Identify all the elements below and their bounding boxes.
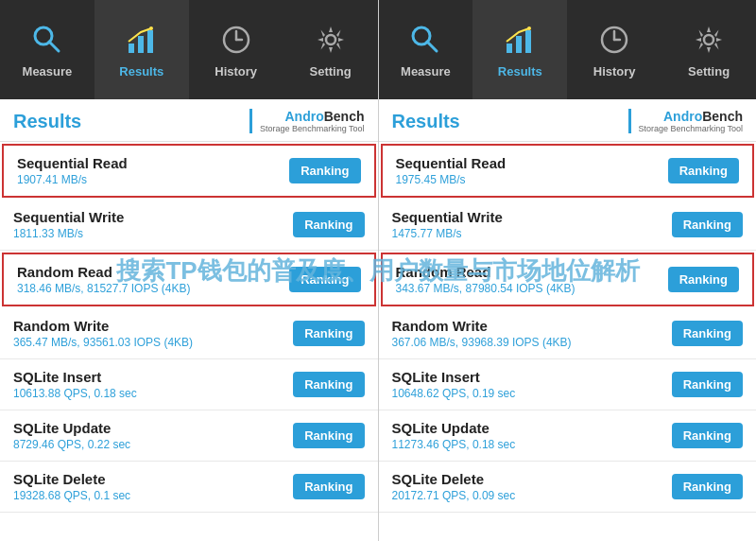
bench-name-2-left: Random Read	[17, 264, 190, 280]
bench-info-6-right: SQLite Delete20172.71 QPS, 0.09 sec	[392, 471, 516, 502]
bench-info-3-right: Random Write367.06 MB/s, 93968.39 IOPS (…	[392, 318, 572, 349]
bench-value-0-left: 1907.41 MB/s	[17, 173, 128, 186]
nav-bar-left: Measure Results History Setting	[0, 0, 378, 99]
bench-row-4-left: SQLite Insert10613.88 QPS, 0.18 secRanki…	[0, 359, 378, 410]
bench-value-6-right: 20172.71 QPS, 0.09 sec	[392, 489, 516, 502]
ranking-btn-2-left[interactable]: Ranking	[289, 267, 360, 292]
bench-info-2-right: Random Read343.67 MB/s, 87980.54 IOPS (4…	[396, 264, 576, 295]
nav-item-history-right[interactable]: History	[567, 0, 662, 99]
bench-value-6-left: 19328.68 QPS, 0.1 sec	[13, 489, 130, 502]
bench-name-6-left: SQLite Delete	[13, 471, 130, 487]
bench-row-6-right: SQLite Delete20172.71 QPS, 0.09 secRanki…	[379, 462, 757, 513]
nav-item-results-left[interactable]: Results	[94, 0, 189, 99]
ranking-btn-4-right[interactable]: Ranking	[672, 372, 743, 397]
svg-rect-13	[516, 36, 522, 53]
ranking-btn-4-left[interactable]: Ranking	[293, 372, 364, 397]
ranking-btn-6-right[interactable]: Ranking	[672, 474, 743, 499]
bench-info-4-right: SQLite Insert10648.62 QPS, 0.19 sec	[392, 369, 516, 400]
bench-name-4-left: SQLite Insert	[13, 369, 137, 385]
bench-info-5-left: SQLite Update8729.46 QPS, 0.22 sec	[13, 420, 130, 451]
bench-name-1-right: Sequential Write	[392, 209, 503, 225]
nav-label-setting-right: Setting	[688, 64, 730, 79]
bench-value-3-left: 365.47 MB/s, 93561.03 IOPS (4KB)	[13, 336, 193, 349]
svg-point-5	[149, 26, 153, 30]
measure-icon-right	[406, 21, 444, 59]
ranking-btn-1-right[interactable]: Ranking	[672, 212, 743, 237]
svg-point-19	[704, 35, 713, 44]
app-container: Measure Results History SettingResultsAn…	[0, 0, 756, 541]
bench-name-5-right: SQLite Update	[392, 420, 516, 436]
bench-value-1-left: 1811.33 MB/s	[13, 227, 124, 240]
bench-info-1-right: Sequential Write1475.77 MB/s	[392, 209, 503, 240]
bench-value-1-right: 1475.77 MB/s	[392, 227, 503, 240]
nav-item-setting-right[interactable]: Setting	[662, 0, 756, 99]
measure-icon-left	[28, 21, 66, 59]
bench-name-5-left: SQLite Update	[13, 420, 130, 436]
nav-label-measure-right: Measure	[401, 64, 451, 79]
results-title-left: Results	[13, 111, 81, 132]
ranking-btn-6-left[interactable]: Ranking	[293, 474, 364, 499]
ranking-btn-0-right[interactable]: Ranking	[668, 158, 739, 183]
svg-point-9	[326, 35, 335, 44]
history-icon-left	[217, 21, 255, 59]
results-area-right: ResultsAndroBenchStorage Benchmarking To…	[379, 99, 757, 541]
nav-item-measure-left[interactable]: Measure	[0, 0, 94, 99]
bench-info-0-right: Sequential Read1975.45 MB/s	[396, 155, 507, 186]
svg-rect-2	[129, 44, 134, 53]
bench-value-2-left: 318.46 MB/s, 81527.7 IOPS (4KB)	[17, 282, 190, 295]
results-icon-right	[501, 21, 539, 59]
bench-value-0-right: 1975.45 MB/s	[396, 173, 507, 186]
ranking-btn-2-right[interactable]: Ranking	[668, 267, 739, 292]
bench-row-6-left: SQLite Delete19328.68 QPS, 0.1 secRankin…	[0, 462, 378, 513]
nav-item-history-left[interactable]: History	[189, 0, 284, 99]
svg-line-11	[427, 42, 437, 51]
bench-row-2-left: Random Read318.46 MB/s, 81527.7 IOPS (4K…	[2, 253, 376, 306]
bench-name-3-right: Random Write	[392, 318, 572, 334]
bench-name-2-right: Random Read	[396, 264, 576, 280]
svg-rect-14	[525, 30, 531, 53]
androbench-name-right: AndroBench	[663, 109, 743, 124]
ranking-btn-3-right[interactable]: Ranking	[672, 321, 743, 346]
results-icon-left	[123, 21, 161, 59]
bench-value-5-right: 11273.46 QPS, 0.18 sec	[392, 438, 516, 451]
bench-value-4-left: 10613.88 QPS, 0.18 sec	[13, 387, 137, 400]
nav-bar-right: Measure Results History Setting	[379, 0, 757, 99]
bench-row-1-right: Sequential Write1475.77 MB/sRanking	[379, 200, 757, 251]
bench-name-6-right: SQLite Delete	[392, 471, 516, 487]
results-header-right: ResultsAndroBenchStorage Benchmarking To…	[379, 99, 757, 142]
bench-value-5-left: 8729.46 QPS, 0.22 sec	[13, 438, 130, 451]
ranking-btn-1-left[interactable]: Ranking	[293, 212, 364, 237]
nav-item-measure-right[interactable]: Measure	[379, 0, 473, 99]
bench-value-3-right: 367.06 MB/s, 93968.39 IOPS (4KB)	[392, 336, 572, 349]
nav-label-history-right: History	[593, 64, 636, 79]
results-title-right: Results	[392, 111, 460, 132]
bench-row-1-left: Sequential Write1811.33 MB/sRanking	[0, 200, 378, 251]
nav-item-results-right[interactable]: Results	[472, 0, 567, 99]
ranking-btn-3-left[interactable]: Ranking	[293, 321, 364, 346]
bench-value-2-right: 343.67 MB/s, 87980.54 IOPS (4KB)	[396, 282, 576, 295]
bench-info-1-left: Sequential Write1811.33 MB/s	[13, 209, 124, 240]
nav-label-history-left: History	[215, 64, 257, 79]
ranking-btn-5-right[interactable]: Ranking	[672, 423, 743, 448]
ranking-btn-0-left[interactable]: Ranking	[289, 158, 360, 183]
svg-line-1	[49, 42, 59, 51]
bench-info-0-left: Sequential Read1907.41 MB/s	[17, 155, 128, 186]
bench-row-5-right: SQLite Update11273.46 QPS, 0.18 secRanki…	[379, 410, 757, 462]
results-area-left: ResultsAndroBenchStorage Benchmarking To…	[0, 99, 378, 541]
bench-info-5-right: SQLite Update11273.46 QPS, 0.18 sec	[392, 420, 516, 451]
nav-label-results-right: Results	[498, 64, 542, 79]
bench-info-6-left: SQLite Delete19328.68 QPS, 0.1 sec	[13, 471, 130, 502]
bench-value-4-right: 10648.62 QPS, 0.19 sec	[392, 387, 516, 400]
svg-rect-4	[147, 30, 153, 53]
bench-info-3-left: Random Write365.47 MB/s, 93561.03 IOPS (…	[13, 318, 193, 349]
androbench-subtitle-right: Storage Benchmarking Tool	[639, 124, 743, 133]
androbench-logo-left: AndroBenchStorage Benchmarking Tool	[249, 109, 364, 133]
svg-point-15	[527, 26, 531, 30]
panel-right: Measure Results History SettingResultsAn…	[379, 0, 757, 541]
ranking-btn-5-left[interactable]: Ranking	[293, 423, 364, 448]
svg-rect-12	[507, 44, 512, 53]
bench-row-3-left: Random Write365.47 MB/s, 93561.03 IOPS (…	[0, 308, 378, 359]
androbench-logo-right: AndroBenchStorage Benchmarking Tool	[628, 109, 743, 133]
panel-left: Measure Results History SettingResultsAn…	[0, 0, 378, 541]
nav-item-setting-left[interactable]: Setting	[284, 0, 378, 99]
